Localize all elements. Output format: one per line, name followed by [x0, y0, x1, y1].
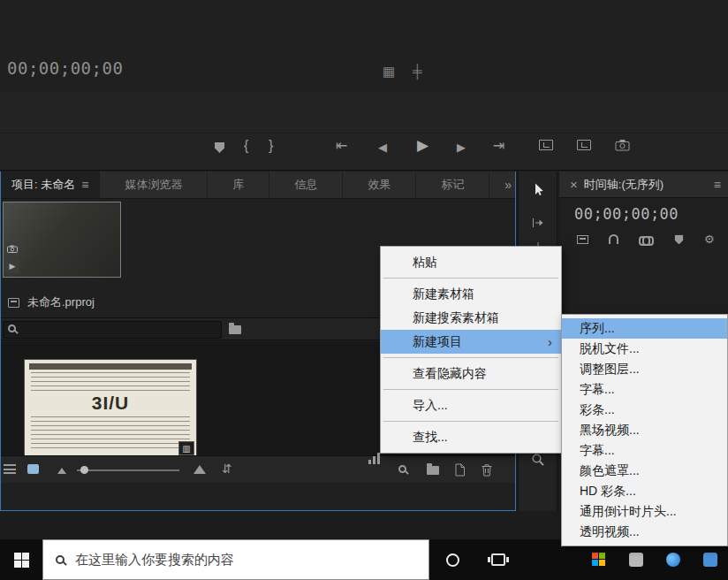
task-view-button[interactable] — [475, 539, 521, 580]
tool-selection[interactable] — [531, 182, 545, 197]
program-monitor-panel: 00;00;00;00 ▦ ╪ { } ⇤ ◀ ▶ ▶ ⇥ — [0, 0, 728, 171]
timeline-title: 时间轴:(无序列) — [584, 177, 664, 193]
export-frame-button[interactable] — [615, 139, 631, 151]
new-item-submenu: 序列... 脱机文件... 调整图层... 字幕... 彩条... 黑场视频..… — [561, 314, 728, 546]
step-back-button[interactable]: ◀ — [378, 140, 387, 156]
thumbnail-zoom-slider[interactable] — [77, 469, 179, 471]
preview-thumbnail[interactable]: ▶ — [3, 202, 121, 278]
zoom-icon — [531, 453, 545, 467]
submenu-item-title[interactable]: 字幕... — [562, 440, 727, 461]
camera-icon — [615, 139, 631, 151]
clip-thumbnail[interactable]: 3I/U ▥ — [24, 359, 197, 458]
find-button[interactable] — [398, 465, 406, 473]
tab-media-browser[interactable]: 媒体浏览器 — [100, 172, 208, 198]
menu-item-new-bin[interactable]: 新建素材箱 — [381, 282, 561, 306]
tray-app-icon-2[interactable] — [666, 553, 680, 567]
cortana-icon — [446, 553, 459, 567]
menu-item-new-search-bin[interactable]: 新建搜索素材箱 — [381, 306, 561, 330]
mark-in-button[interactable]: { — [244, 138, 248, 154]
project-search-input[interactable] — [3, 321, 222, 339]
tab-markers[interactable]: 标记 — [416, 172, 489, 198]
linked-selection-icon[interactable] — [639, 235, 654, 244]
taskbar-search-placeholder: 在这里输入你要搜索的内容 — [75, 552, 234, 569]
panel-menu-icon[interactable]: ≡ — [714, 178, 721, 192]
submenu-item-black-video[interactable]: 黑场视频... — [562, 420, 727, 440]
menu-separator — [383, 389, 558, 390]
list-view-button[interactable] — [4, 464, 16, 474]
lift-button[interactable] — [539, 140, 553, 150]
add-marker-button[interactable] — [215, 141, 224, 156]
monitor-grid-icon[interactable]: ▦ — [383, 64, 395, 80]
submenu-item-transparent-video[interactable]: 透明视频... — [562, 522, 727, 542]
sort-icon[interactable]: ⇵ — [222, 463, 232, 474]
cortana-button[interactable] — [429, 539, 475, 580]
extract-button[interactable] — [577, 140, 591, 150]
submenu-item-adjustment-layer[interactable]: 调整图层... — [562, 359, 727, 379]
tool-track-select[interactable] — [531, 216, 545, 230]
tray-app-icon-3[interactable] — [703, 553, 717, 567]
menu-separator — [383, 278, 558, 279]
zoom-in-icon[interactable] — [193, 465, 206, 474]
submenu-arrow-icon: › — [548, 330, 552, 354]
project-file-name: 未命名.prproj — [27, 294, 95, 310]
new-bin-button[interactable] — [427, 466, 439, 475]
submenu-item-universal-counting-leader[interactable]: 通用倒计时片头... — [562, 501, 727, 522]
certificate-header-band — [29, 363, 192, 370]
play-icon[interactable]: ▶ — [5, 259, 19, 273]
tray-store-icon[interactable] — [592, 553, 606, 567]
taskbar-search-input[interactable]: 在这里输入你要搜索的内容 — [42, 539, 429, 580]
go-to-in-button[interactable]: ⇤ — [336, 138, 347, 154]
film-type-badge-icon: ▥ — [178, 441, 194, 455]
go-to-out-button[interactable]: ⇥ — [493, 138, 504, 154]
monitor-compare-icon[interactable]: ╪ — [413, 64, 422, 79]
tool-zoom[interactable] — [531, 453, 545, 467]
icon-view-button[interactable] — [27, 464, 39, 474]
tab-libraries[interactable]: 库 — [208, 172, 269, 198]
track-select-icon — [531, 216, 545, 230]
search-icon — [56, 555, 64, 564]
monitor-timecode[interactable]: 00;00;00;00 — [7, 58, 123, 78]
project-panel-toolbar: ⇵ — [1, 455, 515, 483]
submenu-item-color-matte[interactable]: 颜色遮罩... — [562, 461, 727, 481]
play-button[interactable]: ▶ — [417, 138, 428, 154]
step-forward-button[interactable]: ▶ — [457, 140, 466, 156]
start-button[interactable] — [0, 539, 42, 580]
submenu-item-offline-file[interactable]: 脱机文件... — [562, 339, 727, 359]
tab-project[interactable]: 项目: 未命名 ≡ — [1, 172, 100, 198]
submenu-item-sequence[interactable]: 序列... — [562, 318, 727, 339]
timeline-settings-icon[interactable]: ⚙ — [704, 233, 715, 245]
tab-info[interactable]: 信息 — [269, 172, 343, 198]
submenu-item-hd-bars[interactable]: HD 彩条... — [562, 481, 727, 501]
menu-item-paste[interactable]: 粘贴 — [381, 250, 561, 274]
menu-item-view-hidden[interactable]: 查看隐藏内容 — [381, 362, 561, 385]
mark-out-button[interactable]: } — [269, 138, 273, 154]
snap-icon[interactable] — [609, 234, 618, 244]
insert-overwrite-sequence-icon[interactable] — [577, 235, 588, 244]
windows-logo-icon — [14, 553, 29, 568]
menu-separator — [383, 421, 558, 422]
panel-menu-icon[interactable]: ≡ — [81, 178, 88, 192]
add-marker-icon[interactable] — [675, 234, 684, 244]
certificate-center-text: 3I/U — [25, 392, 196, 415]
project-file-icon — [8, 298, 19, 308]
menu-separator — [383, 357, 558, 358]
timeline-toolbar: ⚙ — [577, 233, 715, 245]
tab-effects[interactable]: 效果 — [343, 172, 416, 198]
clear-button[interactable] — [481, 463, 493, 477]
zoom-out-icon[interactable] — [57, 468, 66, 474]
monitor-display-area — [0, 0, 728, 92]
menu-item-import[interactable]: 导入... — [381, 393, 561, 417]
project-file-item[interactable]: 未命名.prproj — [8, 294, 95, 310]
filter-bin-folder-icon[interactable] — [229, 325, 241, 334]
timeline-timecode[interactable]: 00;00;00;00 — [574, 205, 679, 223]
tab-overflow-chevron-icon[interactable]: » — [504, 172, 512, 199]
zoom-slider-handle[interactable] — [80, 466, 88, 474]
menu-item-new-item[interactable]: 新建项目 › — [381, 330, 561, 354]
new-item-button[interactable] — [454, 463, 466, 477]
camera-icon[interactable] — [5, 241, 19, 256]
tray-app-icon-1[interactable] — [629, 553, 643, 567]
close-icon[interactable]: × — [570, 177, 578, 192]
menu-item-find[interactable]: 查找... — [381, 425, 561, 449]
submenu-item-caption[interactable]: 字幕... — [562, 379, 727, 400]
submenu-item-bars-and-tone[interactable]: 彩条... — [562, 400, 727, 420]
